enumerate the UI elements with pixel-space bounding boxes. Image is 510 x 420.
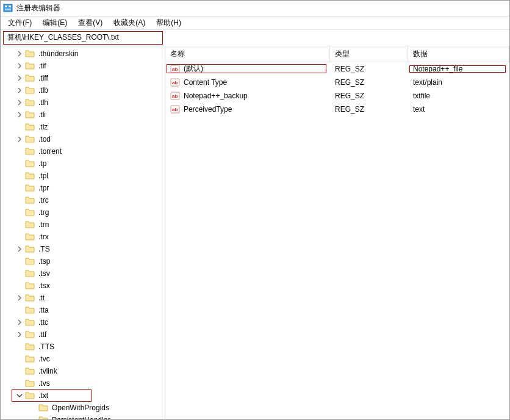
tree-item[interactable]: .tlh bbox=[4, 96, 165, 109]
value-name: Content Type bbox=[184, 78, 227, 87]
value-name-cell: abPerceivedType bbox=[165, 104, 330, 114]
folder-icon bbox=[25, 122, 35, 132]
tree-item[interactable]: .tvs bbox=[4, 377, 165, 389]
tree-item[interactable]: .tif bbox=[4, 60, 165, 72]
tree-item[interactable]: .TTS bbox=[4, 341, 165, 353]
expander-closed-icon[interactable] bbox=[15, 62, 24, 70]
expander-closed-icon[interactable] bbox=[15, 135, 24, 143]
tree-item[interactable]: .trc bbox=[4, 194, 165, 206]
menubar: 文件(F) 编辑(E) 查看(V) 收藏夹(A) 帮助(H) bbox=[1, 16, 509, 30]
tree-item-label: .thunderskin bbox=[38, 49, 78, 58]
folder-icon bbox=[25, 342, 35, 352]
folder-icon bbox=[25, 366, 35, 376]
tree-item[interactable]: .tvc bbox=[4, 353, 165, 365]
value-name: (默认) bbox=[184, 63, 203, 74]
value-row[interactable]: abPerceivedTypeREG_SZtext bbox=[165, 103, 509, 116]
tree-item[interactable]: .tsx bbox=[4, 280, 165, 292]
tree-item-label: .tif bbox=[38, 62, 46, 70]
tree-item[interactable]: .TS bbox=[4, 243, 165, 255]
expander-none bbox=[15, 355, 24, 363]
tree-item-label: .torrent bbox=[38, 147, 62, 156]
menu-edit[interactable]: 编辑(E) bbox=[38, 16, 72, 29]
tree-item[interactable]: .txt bbox=[4, 389, 165, 402]
column-header-name[interactable]: 名称 bbox=[165, 46, 330, 62]
tree-item[interactable]: .trn bbox=[4, 219, 165, 231]
tree-item[interactable]: OpenWithProgids bbox=[4, 402, 165, 414]
menu-help[interactable]: 帮助(H) bbox=[151, 16, 186, 29]
svg-text:ab: ab bbox=[172, 67, 178, 72]
tree-item[interactable]: .torrent bbox=[4, 145, 165, 158]
svg-text:ab: ab bbox=[172, 80, 178, 85]
value-data-cell: text/plain bbox=[408, 78, 509, 87]
value-row[interactable]: abContent TypeREG_SZtext/plain bbox=[165, 76, 509, 89]
list-header: 名称 类型 数据 bbox=[165, 46, 509, 62]
expander-closed-icon[interactable] bbox=[15, 98, 24, 107]
expander-closed-icon[interactable] bbox=[15, 74, 24, 82]
tree-item[interactable]: .tli bbox=[4, 109, 165, 121]
value-name-cell: ab(默认) bbox=[165, 63, 330, 74]
expander-open-icon[interactable] bbox=[15, 391, 24, 400]
tree-item-label: .tiff bbox=[38, 74, 48, 82]
address-bar[interactable]: 算机\HKEY_CLASSES_ROOT\.txt bbox=[3, 31, 163, 45]
expander-closed-icon[interactable] bbox=[15, 245, 24, 253]
tree-item-label: PersistentHandler bbox=[52, 416, 110, 419]
menu-view[interactable]: 查看(V) bbox=[73, 16, 107, 29]
tree-item-label: .tod bbox=[38, 135, 51, 143]
tree-item-label: .tta bbox=[38, 306, 49, 314]
tree-item[interactable]: .tvlink bbox=[4, 365, 165, 377]
value-row[interactable]: abNotepad++_backupREG_SZtxtfile bbox=[165, 89, 509, 103]
tree-item-label: .txt bbox=[38, 391, 48, 400]
folder-icon bbox=[25, 61, 35, 71]
tree-item[interactable]: .ttf bbox=[4, 328, 165, 341]
tree-item[interactable]: .tlz bbox=[4, 121, 165, 133]
tree-item[interactable]: .trg bbox=[4, 206, 165, 219]
tree-item[interactable]: .trx bbox=[4, 231, 165, 243]
tree-item[interactable]: .tp bbox=[4, 158, 165, 170]
tree-item[interactable]: .tt bbox=[4, 292, 165, 304]
svg-rect-2 bbox=[9, 5, 11, 7]
tree-item[interactable]: .tlb bbox=[4, 84, 165, 96]
content-area: .thunderskin.tif.tiff.tlb.tlh.tli.tlz.to… bbox=[1, 46, 509, 419]
folder-icon bbox=[25, 293, 35, 303]
list-body[interactable]: ab(默认)REG_SZNotepad++_fileabContent Type… bbox=[165, 62, 509, 419]
titlebar[interactable]: 注册表编辑器 bbox=[1, 1, 509, 16]
tree-item-label: .tp bbox=[38, 159, 46, 168]
folder-icon bbox=[25, 49, 35, 59]
tree-item[interactable]: .tiff bbox=[4, 72, 165, 84]
tree-item[interactable]: PersistentHandler bbox=[4, 414, 165, 419]
tree-item[interactable]: .tta bbox=[4, 304, 165, 316]
regedit-window: 注册表编辑器 文件(F) 编辑(E) 查看(V) 收藏夹(A) 帮助(H) 算机… bbox=[0, 0, 510, 420]
folder-icon bbox=[25, 391, 35, 400]
tree-pane[interactable]: .thunderskin.tif.tiff.tlb.tlh.tli.tlz.to… bbox=[1, 46, 165, 419]
expander-closed-icon[interactable] bbox=[15, 294, 24, 302]
tree-item[interactable]: .tsv bbox=[4, 267, 165, 280]
list-pane: 名称 类型 数据 ab(默认)REG_SZNotepad++_fileabCon… bbox=[165, 46, 509, 419]
expander-closed-icon[interactable] bbox=[15, 318, 24, 327]
expander-closed-icon[interactable] bbox=[15, 49, 24, 58]
folder-icon bbox=[25, 281, 35, 291]
tree-item[interactable]: .tsp bbox=[4, 255, 165, 267]
tree-item[interactable]: .tod bbox=[4, 133, 165, 145]
value-row[interactable]: ab(默认)REG_SZNotepad++_file bbox=[165, 62, 509, 76]
expander-closed-icon[interactable] bbox=[15, 330, 24, 339]
expander-none bbox=[29, 416, 37, 419]
expander-closed-icon[interactable] bbox=[15, 86, 24, 95]
folder-icon bbox=[25, 317, 35, 327]
value-name-cell: abContent Type bbox=[165, 78, 330, 87]
folder-icon bbox=[25, 256, 35, 266]
svg-rect-1 bbox=[5, 5, 7, 7]
menu-file[interactable]: 文件(F) bbox=[3, 16, 37, 29]
column-header-type[interactable]: 类型 bbox=[330, 46, 408, 62]
column-header-data[interactable]: 数据 bbox=[408, 46, 509, 62]
expander-none bbox=[29, 404, 37, 412]
value-type-cell: REG_SZ bbox=[330, 92, 408, 100]
expander-closed-icon[interactable] bbox=[15, 110, 24, 119]
tree-item[interactable]: .ttc bbox=[4, 316, 165, 328]
window-title: 注册表编辑器 bbox=[16, 3, 60, 13]
tree-item[interactable]: .tpr bbox=[4, 182, 165, 194]
tree-item[interactable]: .thunderskin bbox=[4, 48, 165, 60]
menu-favorites[interactable]: 收藏夹(A) bbox=[109, 16, 150, 29]
folder-icon bbox=[25, 110, 35, 120]
regedit-app-icon bbox=[3, 3, 13, 13]
tree-item[interactable]: .tpl bbox=[4, 170, 165, 182]
